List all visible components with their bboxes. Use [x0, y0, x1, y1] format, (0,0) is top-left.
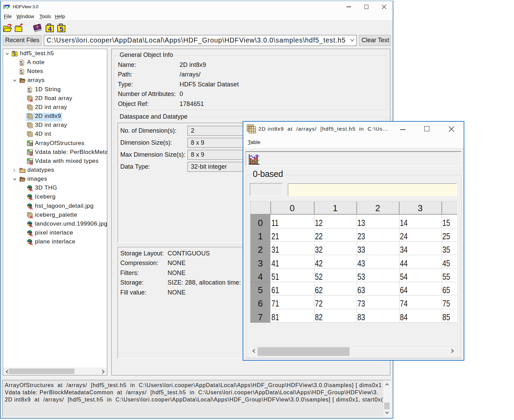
svg-text:A: A	[30, 215, 33, 219]
svg-text:5: 5	[60, 25, 63, 33]
svg-text:A: A	[30, 188, 33, 191]
svg-text:4: 4	[48, 25, 52, 33]
svg-text:A: A	[30, 98, 33, 102]
svg-text:A: A	[30, 152, 33, 156]
svg-text:A: A	[30, 242, 33, 245]
svg-text:A: A	[30, 206, 33, 209]
svg-text:A: A	[30, 224, 33, 227]
svg-text:A: A	[30, 233, 33, 236]
svg-text:A: A	[30, 197, 33, 200]
svg-text:A: A	[30, 161, 33, 165]
svg-text:5: 5	[13, 51, 16, 57]
